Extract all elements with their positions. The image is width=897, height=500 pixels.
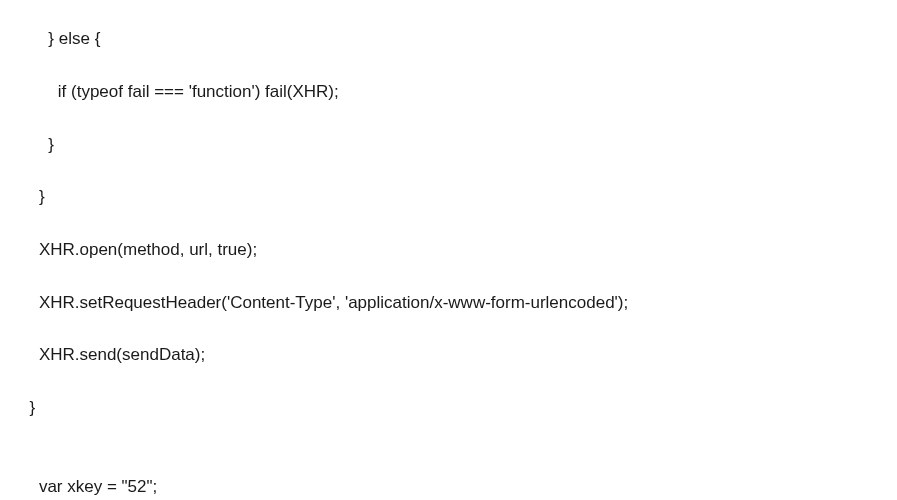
code-line: XHR.setRequestHeader('Content-Type', 'ap… [20, 290, 897, 316]
code-block: } else { if (typeof fail === 'function')… [0, 0, 897, 500]
code-line: } [20, 132, 897, 158]
code-line: XHR.send(sendData); [20, 342, 897, 368]
code-line: if (typeof fail === 'function') fail(XHR… [20, 79, 897, 105]
code-line: } else { [20, 26, 897, 52]
code-line: var xkey = "52"; [20, 474, 897, 500]
code-line: } [20, 184, 897, 210]
code-line: } [20, 395, 897, 421]
code-line: XHR.open(method, url, true); [20, 237, 897, 263]
